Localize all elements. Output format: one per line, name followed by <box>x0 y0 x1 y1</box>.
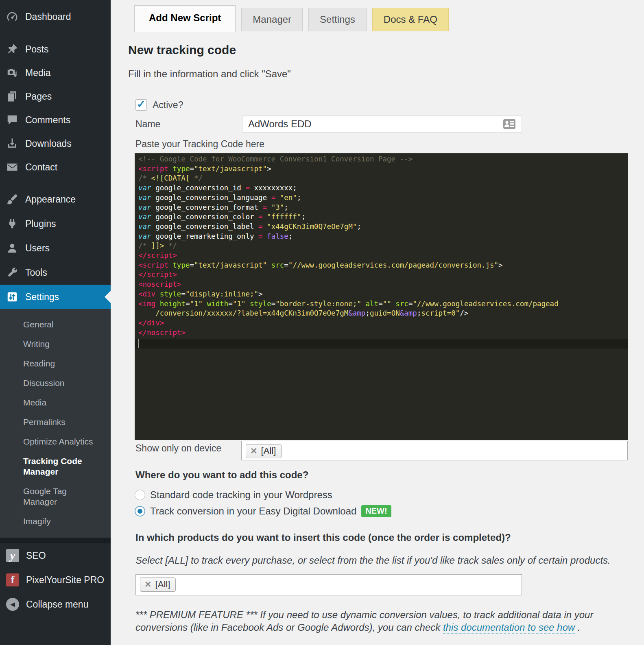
code-line: var google_conversion_color = "ffffff"; <box>138 212 628 222</box>
contact-card-icon[interactable] <box>501 118 517 130</box>
settings-submenu: GeneralWritingReadingDiscussionMediaPerm… <box>0 309 111 538</box>
sidebar-item-settings[interactable]: Settings <box>0 285 111 309</box>
submenu-item-discussion[interactable]: Discussion <box>0 373 106 393</box>
code-line: var google_conversion_language = "en"; <box>138 193 628 203</box>
submenu-item-permalinks[interactable]: Permalinks <box>0 412 106 432</box>
active-label: Active? <box>153 100 183 111</box>
submenu-item-tracking-code-manager[interactable]: Tracking Code Manager <box>0 451 106 482</box>
code-line: var google_conversion_label = "x44gCKn3i… <box>138 222 628 232</box>
brush-icon <box>6 193 18 205</box>
sidebar-item-label: Settings <box>25 292 59 303</box>
code-editor-lines: <!-- Google Code for WooCommerce Convers… <box>135 153 628 338</box>
comment-icon <box>6 114 18 126</box>
sidebar-item-label: Tools <box>25 267 47 278</box>
name-value: AdWords EDD <box>248 118 312 130</box>
code-line: var google_remarketing_only = false; <box>138 232 628 242</box>
code-editor[interactable]: <!-- Google Code for WooCommerce Convers… <box>135 153 628 440</box>
submenu-item-google-tag-manager[interactable]: Google Tag Manager <box>0 482 106 512</box>
sidebar-item-posts[interactable]: Posts <box>0 37 111 61</box>
sidebar-item-seo[interactable]: ySEO <box>0 543 111 568</box>
sidebar-item-comments[interactable]: Comments <box>0 108 111 132</box>
submenu-item-media[interactable]: Media <box>0 393 106 412</box>
wrench-icon <box>6 266 18 279</box>
sidebar-item-label: Dashboard <box>25 11 71 22</box>
remove-chip-icon[interactable]: ✕ <box>250 446 258 456</box>
sidebar-item-label: Users <box>25 243 50 254</box>
device-select[interactable]: ✕ [All] <box>241 441 628 460</box>
yoast-icon: y <box>6 549 19 562</box>
sidebar-item-plugins[interactable]: Plugins <box>0 211 111 236</box>
sidebar-item-pages[interactable]: Pages <box>0 85 111 108</box>
code-line: <noscript> <box>138 280 628 290</box>
tab-docs-faq[interactable]: Docs & FAQ <box>372 8 449 31</box>
download-icon <box>6 137 18 150</box>
radio-option-track-conversion-in-your-easy-digital-download: Track conversion in your Easy Digital Do… <box>135 506 391 516</box>
editor-active-line <box>135 339 628 349</box>
products-select[interactable]: ✕ [All] <box>135 574 522 595</box>
radio-selected[interactable] <box>135 506 145 516</box>
code-line: <div style="display:inline;"> <box>138 290 628 299</box>
new-badge: NEW! <box>361 505 391 517</box>
sidebar-item-collapse-menu[interactable]: ◀Collapse menu <box>0 592 111 617</box>
tracking-code-label: Paste your Tracking Code here <box>135 139 264 150</box>
sidebar-item-label: Posts <box>25 44 49 55</box>
sidebar-menu-footer: ySEOfPixelYourSite PRO◀Collapse menu <box>0 543 111 617</box>
radio-group: Standard code tracking in your Wordpress… <box>135 490 391 522</box>
code-line: var google_conversion_id = xxxxxxxxx; <box>138 183 628 193</box>
products-chip: ✕ [All] <box>140 577 176 592</box>
radio-unselected[interactable] <box>135 490 145 500</box>
tab-add-new-script[interactable]: Add New Script <box>134 5 236 32</box>
submenu-item-general[interactable]: General <box>0 315 106 334</box>
main-content: Add New ScriptManagerSettingsDocs & FAQ … <box>111 0 644 645</box>
device-chip: ✕ [All] <box>246 444 282 458</box>
code-line: /* <![CDATA[ */ <box>138 174 628 183</box>
page-subtitle: Fill in the information and click "Save" <box>128 68 291 80</box>
submenu-item-optimize-analytics[interactable]: Optimize Analytics <box>0 432 106 451</box>
code-line: </div> <box>138 318 628 328</box>
documentation-link[interactable]: this documentation to see how <box>443 622 575 634</box>
device-chip-label: [All] <box>261 446 276 456</box>
sidebar-item-dashboard[interactable]: Dashboard <box>0 5 111 28</box>
camera-icon <box>6 67 18 79</box>
sliders-icon <box>6 291 18 303</box>
radio-label: Standard code tracking in your Wordpress <box>150 489 332 501</box>
sidebar-item-label: Appearance <box>25 194 76 205</box>
sidebar-item-tools[interactable]: Tools <box>0 260 111 285</box>
code-line: var google_conversion_format = "3"; <box>138 203 628 213</box>
tracking-code-manager-page: DashboardPostsMediaPagesCommentsDownload… <box>0 0 644 645</box>
sidebar-item-label: SEO <box>26 550 46 561</box>
code-line: /* ]]> */ <box>138 241 628 251</box>
sidebar-menu-main: AppearancePluginsUsersToolsSettings <box>0 187 111 309</box>
sidebar-item-label: Contact <box>25 162 57 173</box>
code-line: </script> <box>138 251 628 261</box>
sidebar-item-label: PixelYourSite PRO <box>26 575 104 586</box>
sidebar-item-downloads[interactable]: Downloads <box>0 132 111 155</box>
submenu-item-imagify[interactable]: Imagify <box>0 512 106 531</box>
text-cursor <box>138 339 139 348</box>
active-checkbox[interactable]: ✓ <box>135 99 147 111</box>
code-line: <!-- Google Code for WooCommerce Convers… <box>138 155 628 164</box>
sidebar-item-media[interactable]: Media <box>0 61 111 85</box>
plugin-icon <box>6 218 18 230</box>
sidebar-item-appearance[interactable]: Appearance <box>0 187 111 211</box>
code-line: /conversion/xxxxxx/?label=x44gCKn3im0Q7e… <box>138 309 628 318</box>
products-question: In which products do you want to insert … <box>135 532 511 543</box>
dashboard-icon <box>6 11 18 23</box>
sidebar-item-contact[interactable]: Contact <box>0 155 111 179</box>
submenu-item-writing[interactable]: Writing <box>0 334 106 354</box>
active-row: ✓ Active? <box>135 99 183 111</box>
submenu-item-reading[interactable]: Reading <box>0 354 106 373</box>
device-label: Show only on device <box>135 443 221 454</box>
sidebar-item-label: Media <box>25 68 51 78</box>
sidebar-item-users[interactable]: Users <box>0 236 111 260</box>
radio-option-standard-code-tracking-in-your-wordpress: Standard code tracking in your Wordpress <box>135 490 391 500</box>
tab-manager[interactable]: Manager <box>241 8 303 31</box>
code-line: </noscript> <box>138 328 628 338</box>
remove-chip-icon[interactable]: ✕ <box>144 580 152 589</box>
tab-settings[interactable]: Settings <box>308 8 367 31</box>
sidebar-divider <box>0 538 111 543</box>
sidebar-item-pixelyoursite-pro[interactable]: fPixelYourSite PRO <box>0 568 111 592</box>
email-icon <box>6 161 18 173</box>
name-input[interactable]: AdWords EDD <box>242 115 522 133</box>
facebook-icon: f <box>6 573 19 586</box>
